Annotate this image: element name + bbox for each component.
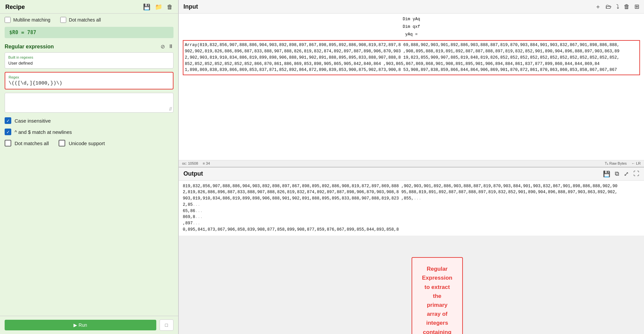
output-section: Output 💾 ⧉ ⤢ ⛶ 819,832,856,907,888,886,9… [179, 168, 644, 334]
extra-button[interactable]: □ [160, 319, 173, 331]
multiline-label: Multiline matching [13, 17, 50, 23]
caret-dollar-row: ^ and $ match at newlines [5, 129, 173, 135]
builtin-value[interactable]: User defined [8, 61, 170, 66]
recipe-title: Recipe [5, 4, 25, 11]
save-output-icon[interactable]: 💾 [603, 170, 610, 178]
pause-icon[interactable]: ⏸ [168, 43, 173, 50]
resize-handle: // [169, 106, 172, 112]
regex-value[interactable]: \(([\d,]{1000,})\) [9, 81, 170, 86]
case-insensitive-row: Case insensitive [5, 117, 173, 124]
dot-matches-all-top-text: Dot matches all [69, 17, 101, 23]
expand-output-icon[interactable]: ⤢ [624, 170, 629, 178]
case-insensitive-label: Case insensitive [15, 118, 51, 124]
caret-dollar-checkbox[interactable] [5, 129, 11, 135]
status-lines: ≡ 34 [203, 161, 210, 165]
top-checkboxes-row: Multiline matching Dot matches all [5, 17, 173, 23]
grid-input-icon[interactable]: ⊞ [634, 3, 639, 10]
builtin-field: Built in regexes User defined [5, 52, 173, 69]
input-pre-line3: yAq = [183, 31, 640, 38]
left-panel: Recipe 💾 📁 🗑 Multiline matching Dot matc… [0, 0, 179, 334]
add-input-icon[interactable]: ＋ [595, 3, 601, 11]
import-input-icon[interactable]: ⤵ [616, 3, 619, 10]
input-highlighted-block: Array(819,832,856,907,888,886,904,903,89… [183, 40, 640, 75]
regex-section-title: Regular expression [5, 44, 54, 50]
regex-label: Regex [9, 75, 170, 79]
regex-section-icons: ⊘ ⏸ [161, 43, 173, 50]
regex-section-header: Regular expression ⊘ ⏸ [5, 43, 173, 50]
output-with-overlay: 819,832,856,907,888,886,904,903,892,898,… [179, 181, 644, 334]
status-lr: ← LR [631, 161, 641, 166]
status-left: oc: 10508 ≡ 34 [182, 161, 210, 165]
save-icon[interactable]: 💾 [143, 3, 150, 11]
folder-input-icon[interactable]: 🗁 [606, 3, 612, 10]
left-footer: ▶ Run □ [0, 316, 178, 334]
result-badge: $R0 = 787 [5, 27, 173, 38]
dot-matches-all-row: Dot matches all [5, 140, 49, 146]
multiline-checkbox-label[interactable]: Multiline matching [5, 17, 50, 23]
dot-matches-all-top-label[interactable]: Dot matches all [60, 17, 101, 23]
multiline-checkbox[interactable] [5, 17, 11, 23]
output-bar-icons: 💾 ⧉ ⤢ ⛶ [603, 170, 639, 178]
status-right: T₁ Raw Bytes ← LR [605, 161, 641, 166]
fullscreen-output-icon[interactable]: ⛶ [633, 170, 639, 177]
unicode-checkbox[interactable] [59, 140, 65, 146]
output-code-area: 819,832,856,907,888,886,904,903,892,898,… [179, 181, 644, 236]
status-raw: T₁ Raw Bytes [605, 161, 627, 166]
regex-field: Regex \(([\d,]{1000,})\) [5, 72, 173, 89]
caret-dollar-label: ^ and $ match at newlines [15, 129, 72, 135]
run-button[interactable]: ▶ Run [5, 320, 156, 330]
open-icon[interactable]: 📁 [155, 3, 162, 11]
options-two-col: Dot matches all Unicode support [5, 140, 173, 151]
dot-matches-all-top-checkbox[interactable] [60, 17, 66, 23]
overlay-message: Regular Expression to extract the primar… [412, 257, 463, 334]
input-section: Input ＋ 🗁 ⤵ 🗑 ⊞ Dim yAq Dim qxf yAq = Ar… [179, 0, 644, 168]
delete-icon[interactable]: 🗑 [167, 4, 173, 11]
status-offset: oc: 10508 [182, 161, 198, 165]
dot-matches-all-checkbox[interactable] [5, 140, 11, 146]
left-content: Multiline matching Dot matches all $R0 =… [0, 14, 178, 154]
copy-output-icon[interactable]: ⧉ [615, 170, 619, 177]
builtin-label: Built in regexes [8, 55, 170, 59]
input-section-bar: Input ＋ 🗁 ⤵ 🗑 ⊞ [179, 0, 644, 14]
trash-input-icon[interactable]: 🗑 [624, 3, 630, 10]
right-panel: Input ＋ 🗁 ⤵ 🗑 ⊞ Dim yAq Dim qxf yAq = Ar… [179, 0, 644, 334]
regex-textarea[interactable]: // [5, 93, 173, 113]
input-bar-icons: ＋ 🗁 ⤵ 🗑 ⊞ [595, 3, 639, 11]
output-title: Output [183, 170, 203, 177]
unicode-row: Unicode support [59, 140, 105, 146]
input-pre-line2: Dim qxf [183, 24, 640, 30]
dot-matches-all-label: Dot matches all [15, 140, 49, 146]
input-pre-line1: Dim yAq [183, 16, 640, 23]
output-section-bar: Output 💾 ⧉ ⤢ ⛶ [179, 168, 644, 181]
left-header: Recipe 💾 📁 🗑 [0, 0, 178, 14]
case-insensitive-checkbox[interactable] [5, 117, 11, 124]
input-title: Input [183, 3, 198, 10]
unicode-label: Unicode support [69, 140, 105, 146]
recipe-header-icons: 💾 📁 🗑 [143, 3, 173, 11]
input-status-bar: oc: 10508 ≡ 34 T₁ Raw Bytes ← LR [179, 160, 644, 167]
disable-icon[interactable]: ⊘ [161, 43, 165, 50]
input-code-area: Dim yAq Dim qxf yAq = Array(819,832,856,… [179, 14, 644, 160]
